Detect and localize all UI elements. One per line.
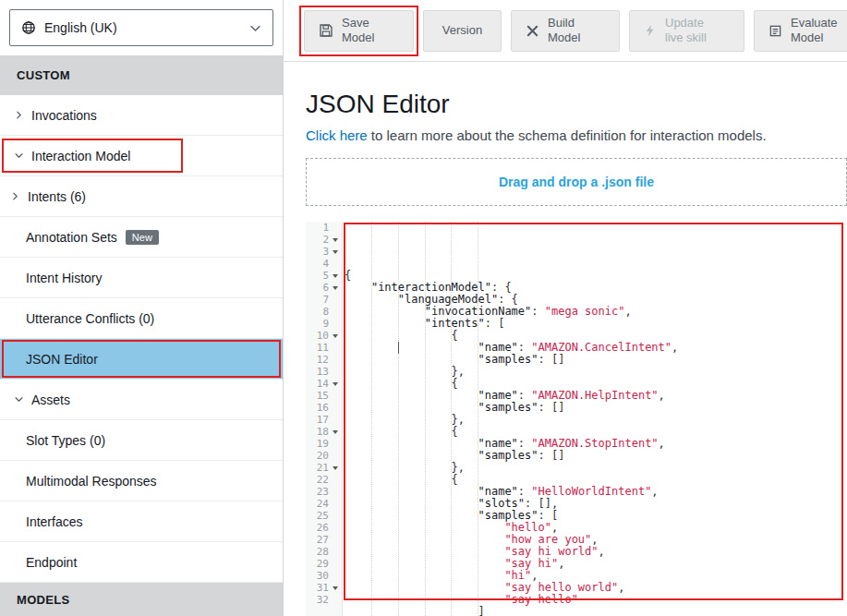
text-cursor	[398, 342, 399, 354]
sidebar-item-annotation-sets[interactable]: Annotation SetsNew	[0, 217, 283, 258]
gutter-line: 10	[306, 330, 342, 342]
sidebar-item-endpoint[interactable]: Endpoint	[0, 542, 283, 583]
fold-toggle-icon[interactable]	[331, 380, 339, 388]
line-number: 16	[317, 402, 329, 414]
section-header-custom: CUSTOM	[0, 55, 283, 95]
fold-toggle-icon[interactable]	[331, 584, 339, 592]
gutter-line: 23	[306, 486, 342, 498]
button-label: Evaluate Model	[791, 16, 847, 44]
gutter-line: 20	[306, 450, 342, 462]
fold-spacer	[331, 404, 339, 412]
line-number: 1	[322, 222, 329, 234]
gutter-line: 7	[306, 294, 342, 306]
fold-spacer	[331, 368, 339, 376]
line-number: 10	[317, 330, 329, 342]
line-number: 7	[322, 294, 329, 306]
sidebar-item-interfaces[interactable]: Interfaces	[0, 501, 283, 542]
line-number: 4	[322, 258, 329, 270]
fold-toggle-icon[interactable]	[331, 284, 339, 292]
fold-spacer	[331, 356, 339, 364]
language-selector[interactable]: English (UK)	[9, 9, 273, 46]
fold-toggle-icon[interactable]	[331, 248, 339, 256]
gutter-line: 1	[306, 222, 342, 234]
sidebar: English (UK) CUSTOM InvocationsInteracti…	[0, 0, 284, 616]
sidebar-item-json-editor[interactable]: JSON Editor	[0, 339, 283, 380]
fold-toggle-icon[interactable]	[331, 464, 339, 472]
gutter-line: 18	[306, 426, 342, 438]
sidebar-item-label: Utterance Conflicts (0)	[26, 311, 154, 326]
toolbar-button-wrap: Version	[423, 10, 502, 52]
json-code-editor[interactable]: 1234567891011121314151617181920212223242…	[306, 222, 847, 616]
fold-toggle-icon[interactable]	[331, 332, 339, 340]
fold-spacer	[331, 548, 339, 556]
fold-spacer	[331, 572, 339, 580]
toolbar: Save ModelVersionBuild ModelUpdate live …	[284, 0, 847, 62]
fold-spacer	[331, 500, 339, 508]
line-number: 23	[317, 486, 329, 498]
sidebar-item-label: Invocations	[31, 108, 97, 123]
chevron-right-icon	[11, 192, 19, 200]
gutter-line: 32	[306, 594, 342, 606]
gutter-line: 19	[306, 438, 342, 450]
line-number: 26	[317, 522, 329, 534]
gutter-line: 25	[306, 510, 342, 522]
section-header-models: MODELS	[0, 583, 283, 616]
sidebar-item-label: JSON Editor	[26, 352, 98, 367]
build-model-button[interactable]: Build Model	[511, 10, 620, 52]
code-line[interactable]: ]	[345, 606, 847, 616]
gutter-line: 6	[306, 282, 342, 294]
editor-code-area[interactable]: { "interactionModel": { "languageModel":…	[343, 222, 847, 616]
gutter-line: 9	[306, 318, 342, 330]
gutter-line: 16	[306, 402, 342, 414]
sidebar-item-multimodal-responses[interactable]: Multimodal Responses	[0, 461, 283, 501]
sidebar-item-invocations[interactable]: Invocations	[0, 95, 283, 136]
line-number: 22	[317, 474, 329, 486]
fold-spacer	[331, 488, 339, 496]
gutter-line: 5	[306, 270, 342, 282]
version-button[interactable]: Version	[423, 10, 502, 52]
fold-toggle-icon[interactable]	[331, 236, 339, 244]
gutter-line: 14	[306, 378, 342, 390]
sidebar-item-label: Endpoint	[26, 555, 77, 570]
sidebar-item-utterance-conflicts-0[interactable]: Utterance Conflicts (0)	[0, 298, 283, 339]
sidebar-item-label: Interaction Model	[31, 149, 130, 163]
fold-toggle-icon[interactable]	[331, 428, 339, 436]
sidebar-item-label: Interfaces	[26, 514, 82, 529]
gutter-line: 22	[306, 474, 342, 486]
sidebar-item-intent-history[interactable]: Intent History	[0, 258, 283, 298]
gutter-line: 30	[306, 570, 342, 582]
line-number: 25	[317, 510, 329, 522]
save-icon	[319, 23, 333, 38]
page-title: JSON Editor	[306, 90, 847, 119]
update-live-skill-button[interactable]: Update live skill	[629, 10, 744, 52]
line-number: 32	[317, 594, 329, 606]
fold-toggle-icon[interactable]	[331, 272, 339, 280]
sidebar-item-interaction-model[interactable]: Interaction Model	[0, 136, 283, 176]
save-model-button[interactable]: Save Model	[304, 10, 414, 52]
button-label: Update live skill	[665, 16, 722, 44]
gutter-line: 27	[306, 534, 342, 546]
gutter-line: 12	[306, 354, 342, 366]
sidebar-item-assets[interactable]: Assets	[0, 380, 283, 420]
sidebar-item-label: Intents (6)	[28, 189, 86, 204]
evaluate-model-button[interactable]: Evaluate Model	[754, 10, 847, 52]
sidebar-item-label: Assets	[31, 393, 70, 407]
sidebar-item-slot-types-0[interactable]: Slot Types (0)	[0, 420, 283, 461]
fold-spacer	[331, 476, 339, 484]
gutter-line: 17	[306, 414, 342, 426]
json-dropzone[interactable]: Drag and drop a .json file	[306, 158, 847, 206]
language-selector-container: English (UK)	[0, 0, 283, 55]
dropzone-label: Drag and drop a .json file	[499, 175, 654, 189]
fold-spacer	[331, 392, 339, 400]
line-number: 27	[317, 534, 329, 546]
line-number: 20	[317, 450, 329, 462]
sidebar-item-intents-6[interactable]: Intents (6)	[0, 176, 283, 217]
sidebar-item-label: Annotation Sets	[26, 230, 117, 245]
learn-more-link[interactable]: Click here	[306, 127, 368, 143]
content: JSON Editor Click here to learn more abo…	[284, 62, 847, 616]
fold-spacer	[331, 512, 339, 520]
toolbar-button-wrap: Evaluate Model	[754, 10, 847, 52]
line-number: 11	[317, 342, 329, 354]
button-label: Build Model	[548, 16, 605, 44]
gutter-line: 29	[306, 558, 342, 570]
